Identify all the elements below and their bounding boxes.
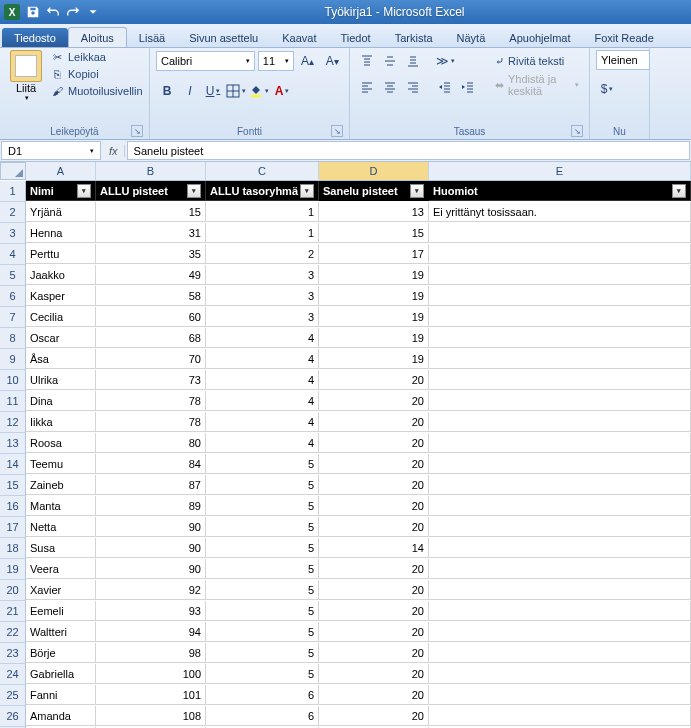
cell-a4[interactable]: Perttu (26, 244, 96, 264)
cell-b13[interactable]: 80 (96, 433, 206, 453)
cell-a14[interactable]: Teemu (26, 454, 96, 474)
cell-b12[interactable]: 78 (96, 412, 206, 432)
cell-c17[interactable]: 5 (206, 517, 319, 537)
cell-c19[interactable]: 5 (206, 559, 319, 579)
fx-icon[interactable]: fx (103, 145, 125, 157)
cell-e18[interactable] (429, 538, 691, 558)
accounting-button[interactable]: $▾ (596, 78, 618, 100)
cell-c7[interactable]: 3 (206, 307, 319, 327)
cell-e4[interactable] (429, 244, 691, 264)
cell-b9[interactable]: 70 (96, 349, 206, 369)
filter-button[interactable]: ▾ (300, 184, 314, 198)
orientation-button[interactable]: ≫▾ (434, 50, 456, 72)
cell-a9[interactable]: Åsa (26, 349, 96, 369)
table-header-huomiot[interactable]: Huomiot ▾ (429, 181, 691, 201)
tab-foxit[interactable]: Foxit Reade (582, 28, 665, 47)
cell-b7[interactable]: 60 (96, 307, 206, 327)
cell-e16[interactable] (429, 496, 691, 516)
tab-view[interactable]: Näytä (445, 28, 498, 47)
row-header-14[interactable]: 14 (0, 454, 26, 475)
cell-b24[interactable]: 100 (96, 664, 206, 684)
cell-d7[interactable]: 19 (319, 307, 429, 327)
cell-e11[interactable] (429, 391, 691, 411)
cell-b14[interactable]: 84 (96, 454, 206, 474)
row-header-18[interactable]: 18 (0, 538, 26, 559)
col-header-e[interactable]: E (429, 162, 691, 181)
row-header-7[interactable]: 7 (0, 307, 26, 328)
row-header-6[interactable]: 6 (0, 286, 26, 307)
cell-a11[interactable]: Dina (26, 391, 96, 411)
cell-a7[interactable]: Cecilia (26, 307, 96, 327)
cell-b20[interactable]: 92 (96, 580, 206, 600)
cell-d2[interactable]: 13 (319, 202, 429, 222)
cell-e13[interactable] (429, 433, 691, 453)
cell-c2[interactable]: 1 (206, 202, 319, 222)
cell-b18[interactable]: 90 (96, 538, 206, 558)
font-size-select[interactable]: 11 ▾ (258, 51, 294, 71)
cell-e15[interactable] (429, 475, 691, 495)
cell-a20[interactable]: Xavier (26, 580, 96, 600)
cell-b22[interactable]: 94 (96, 622, 206, 642)
cell-c6[interactable]: 3 (206, 286, 319, 306)
cell-c15[interactable]: 5 (206, 475, 319, 495)
cell-d4[interactable]: 17 (319, 244, 429, 264)
filter-button[interactable]: ▾ (187, 184, 201, 198)
cell-b16[interactable]: 89 (96, 496, 206, 516)
borders-button[interactable]: ▾ (225, 80, 247, 102)
cell-a25[interactable]: Fanni (26, 685, 96, 705)
cell-d14[interactable]: 20 (319, 454, 429, 474)
row-header-19[interactable]: 19 (0, 559, 26, 580)
cell-b21[interactable]: 93 (96, 601, 206, 621)
col-header-c[interactable]: C (206, 162, 319, 181)
select-all-corner[interactable] (0, 162, 26, 180)
cell-e20[interactable] (429, 580, 691, 600)
format-painter-button[interactable]: 🖌 Muotoilusivellin (50, 84, 143, 98)
row-header-9[interactable]: 9 (0, 349, 26, 370)
col-header-d[interactable]: D (319, 162, 429, 181)
cell-a15[interactable]: Zaineb (26, 475, 96, 495)
cell-d16[interactable]: 20 (319, 496, 429, 516)
row-header-4[interactable]: 4 (0, 244, 26, 265)
fill-color-button[interactable]: ▾ (248, 80, 270, 102)
row-header-11[interactable]: 11 (0, 391, 26, 412)
cell-c13[interactable]: 4 (206, 433, 319, 453)
row-header-15[interactable]: 15 (0, 475, 26, 496)
cell-c3[interactable]: 1 (206, 223, 319, 243)
col-header-b[interactable]: B (96, 162, 206, 181)
cell-b15[interactable]: 87 (96, 475, 206, 495)
cell-e24[interactable] (429, 664, 691, 684)
cell-e23[interactable] (429, 643, 691, 663)
row-header-2[interactable]: 2 (0, 202, 26, 223)
cell-c23[interactable]: 5 (206, 643, 319, 663)
cell-e10[interactable] (429, 370, 691, 390)
row-header-23[interactable]: 23 (0, 643, 26, 664)
cell-a2[interactable]: Yrjänä (26, 202, 96, 222)
cell-a10[interactable]: Ulrika (26, 370, 96, 390)
row-header-1[interactable]: 1 (0, 181, 26, 202)
cell-e8[interactable] (429, 328, 691, 348)
cell-c8[interactable]: 4 (206, 328, 319, 348)
cell-c24[interactable]: 5 (206, 664, 319, 684)
increase-font-button[interactable]: A▴ (297, 50, 319, 72)
cut-button[interactable]: ✂ Leikkaa (50, 50, 143, 64)
cell-c11[interactable]: 4 (206, 391, 319, 411)
cell-b10[interactable]: 73 (96, 370, 206, 390)
cell-a5[interactable]: Jaakko (26, 265, 96, 285)
cell-d6[interactable]: 19 (319, 286, 429, 306)
cell-d11[interactable]: 20 (319, 391, 429, 411)
cell-d22[interactable]: 20 (319, 622, 429, 642)
paste-button[interactable]: Liitä ▾ (6, 50, 46, 124)
row-header-12[interactable]: 12 (0, 412, 26, 433)
cell-b17[interactable]: 90 (96, 517, 206, 537)
cell-e12[interactable] (429, 412, 691, 432)
cell-a23[interactable]: Börje (26, 643, 96, 663)
table-header-nimi[interactable]: Nimi ▾ (26, 181, 96, 201)
number-format-select[interactable]: Yleinen (596, 50, 650, 70)
row-header-10[interactable]: 10 (0, 370, 26, 391)
row-header-26[interactable]: 26 (0, 706, 26, 727)
cell-e3[interactable] (429, 223, 691, 243)
tab-review[interactable]: Tarkista (383, 28, 445, 47)
cell-d24[interactable]: 20 (319, 664, 429, 684)
filter-button[interactable]: ▾ (77, 184, 91, 198)
cell-e5[interactable] (429, 265, 691, 285)
